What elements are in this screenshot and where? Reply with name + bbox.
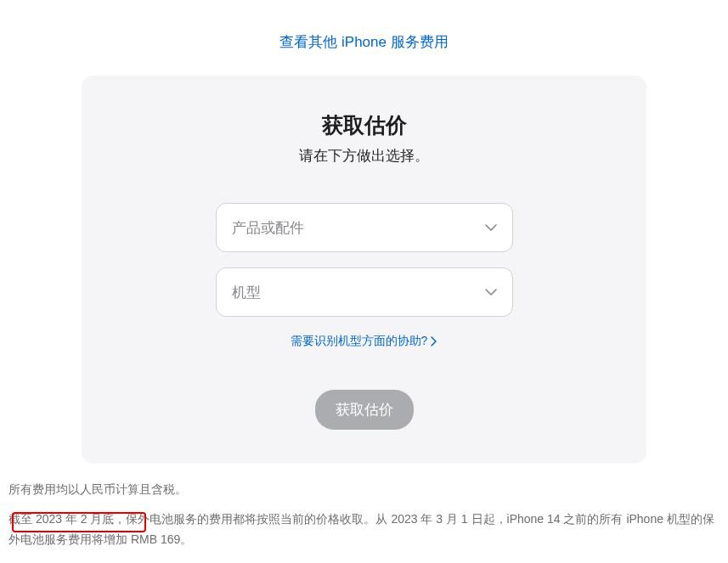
card-subtitle: 请在下方做出选择。	[116, 146, 612, 166]
help-link-label: 需要识别机型方面的协助?	[291, 334, 428, 349]
model-select[interactable]: 机型	[216, 267, 513, 317]
chevron-down-icon	[485, 286, 497, 298]
chevron-right-icon	[431, 336, 437, 346]
product-select[interactable]: 产品或配件	[216, 203, 513, 252]
model-select-placeholder: 机型	[232, 283, 261, 302]
chevron-down-icon	[485, 222, 497, 234]
footnote-price-change: 截至 2023 年 2 月底，保外电池服务的费用都将按照当前的价格收取。从 20…	[8, 510, 720, 550]
top-link-container: 查看其他 iPhone 服务费用	[0, 0, 728, 76]
footnote-currency: 所有费用均以人民币计算且含税。	[8, 482, 720, 498]
get-estimate-button[interactable]: 获取估价	[315, 390, 414, 430]
model-select-wrap: 机型	[216, 267, 513, 317]
product-select-placeholder: 产品或配件	[232, 218, 304, 238]
identify-model-help-link[interactable]: 需要识别机型方面的协助?	[291, 334, 438, 349]
product-select-wrap: 产品或配件	[216, 203, 513, 252]
view-other-fees-link[interactable]: 查看其他 iPhone 服务费用	[279, 34, 448, 50]
card-title: 获取估价	[116, 111, 612, 139]
estimate-card: 获取估价 请在下方做出选择。 产品或配件 机型 需要识别机型方面的协助? 获取估…	[82, 76, 646, 464]
